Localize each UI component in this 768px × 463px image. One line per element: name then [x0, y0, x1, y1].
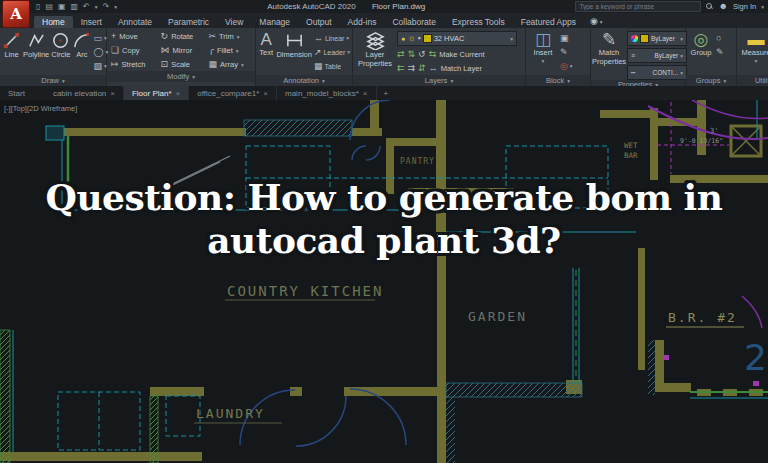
undo-icon[interactable]: ↶ — [83, 3, 90, 11]
group-icon: ◎ — [694, 31, 709, 48]
scale-button[interactable]: ⊡Scale — [161, 58, 201, 71]
tab-annotate[interactable]: Annotate — [110, 16, 160, 29]
match-properties-icon: ✎ — [602, 31, 616, 48]
copy-label: Copy — [122, 46, 140, 55]
doc-tab-start[interactable]: Start — [0, 86, 45, 100]
array-button[interactable]: ▦Array▾ — [209, 58, 251, 71]
measure-button[interactable]: ▬ Measure ▾ — [739, 30, 768, 64]
close-tab-icon[interactable]: × — [263, 89, 268, 98]
redo-icon[interactable]: ↷ — [103, 3, 110, 11]
layers-panel-label[interactable]: Layers ▾ — [353, 75, 525, 86]
new-drawing-tab-button[interactable]: + — [377, 86, 396, 100]
utilities-panel-label[interactable]: Utilities — [737, 75, 768, 86]
linear-button[interactable]: ↔Linear▾ — [314, 32, 350, 44]
plot-icon[interactable]: ▥ — [71, 3, 79, 11]
leader-button[interactable]: ↗Leader▾ — [314, 46, 350, 58]
table-button[interactable]: ▦Table — [314, 60, 350, 72]
drawing-viewport[interactable]: [-][Top][2D Wireframe] — [0, 100, 768, 463]
edit-block-button[interactable]: ✎ — [560, 46, 573, 58]
floor-plan-canvas[interactable]: PANTRY COUNTRY KITCHEN GARDEN B.R. #2 LA… — [0, 100, 768, 463]
layer-select[interactable]: ● ☼ ▪ 32 HVAC ▾ — [397, 31, 517, 46]
circle-tool-button[interactable]: Circle — [51, 30, 70, 59]
block-panel-label[interactable]: Block ▾ — [526, 75, 590, 86]
close-tab-icon[interactable]: × — [176, 89, 181, 98]
copy-button[interactable]: ❏Copy — [111, 44, 153, 57]
ungroup-button[interactable]: ○ — [716, 32, 724, 44]
sign-in-button[interactable]: Sign In — [733, 2, 756, 11]
cabin-elevation-label: cabin elevation — [53, 89, 106, 98]
save-icon[interactable]: ▣ — [58, 3, 66, 11]
insert-block-button[interactable]: ◫ Insert ▾ — [528, 30, 558, 64]
linear-label: Linear — [325, 35, 344, 42]
layer-properties-button[interactable]: Layer Properties — [355, 30, 395, 69]
groups-panel-label[interactable]: Groups ▾ — [686, 75, 736, 86]
tab-view[interactable]: View — [217, 16, 251, 29]
color-swatch — [640, 34, 649, 43]
caret-icon: ▾ — [755, 58, 758, 64]
mirror-button[interactable]: ⋈Mirror — [161, 44, 201, 57]
color-select[interactable]: ByLayer ▾ — [627, 31, 687, 46]
layer-properties-label2: Properties — [358, 60, 392, 68]
viewport-controls[interactable]: [-][Top][2D Wireframe] — [4, 104, 77, 113]
help-search-input[interactable] — [575, 1, 701, 12]
tab-collaborate[interactable]: Collaborate — [384, 16, 443, 29]
stretch-button[interactable]: ↦Stretch — [111, 58, 153, 71]
layer-arrow2-icon: ⇅ — [408, 50, 416, 59]
text-tool-button[interactable]: A Text — [258, 30, 274, 57]
fillet-button[interactable]: ╭Fillet▾ — [209, 44, 251, 57]
group-edit-button[interactable]: ✎ — [716, 46, 724, 58]
tab-manage[interactable]: Manage — [251, 16, 298, 29]
search-icon[interactable] — [706, 3, 713, 10]
panel-draw: Line Polyline Circle Arc ▭▾ ◯▾ ▨▾ — [0, 28, 107, 86]
undo-caret-icon[interactable]: ▾ — [95, 4, 98, 10]
block-attributes-button[interactable]: ◎▾ — [560, 60, 573, 72]
lineweight-select[interactable]: ≡ ByLayer ▾ — [627, 48, 687, 63]
utilities-label-text: Utilities — [755, 76, 768, 85]
tab-featured-apps[interactable]: Featured Apps — [513, 16, 584, 29]
tab-addins[interactable]: Add-ins — [340, 16, 385, 29]
doc-tab-main-model-blocks[interactable]: main_model_blocks* × — [277, 86, 377, 100]
close-tab-icon[interactable]: × — [363, 89, 368, 98]
layer-caret-icon: ▾ — [510, 36, 513, 42]
tab-express-tools[interactable]: Express Tools — [444, 16, 513, 29]
doc-tab-floor-plan[interactable]: Floor Plan* × — [124, 86, 189, 100]
properties-panel-label[interactable]: Properties ▾ — [591, 80, 685, 86]
group-button[interactable]: ◎ Group — [688, 30, 714, 57]
insert-label: Insert — [534, 49, 553, 57]
tab-insert[interactable]: Insert — [73, 16, 110, 29]
polyline-tool-button[interactable]: Polyline — [23, 30, 49, 59]
autocad-logo[interactable]: A — [2, 0, 30, 28]
doc-tab-office-compare[interactable]: office_compare1* × — [189, 86, 277, 100]
new-file-icon[interactable]: ▯ — [36, 3, 40, 11]
tab-output[interactable]: Output — [298, 16, 340, 29]
trim-button[interactable]: ✂Trim▾ — [209, 30, 251, 43]
draw-panel-label[interactable]: Draw ▾ — [0, 75, 106, 86]
caret-icon: ▾ — [62, 78, 65, 84]
linetype-value: CONTI... — [637, 69, 678, 76]
ribbon-tab-bar: Home Insert Annotate Parametric View Man… — [0, 13, 768, 28]
match-properties-button[interactable]: ✎ Match Properties — [593, 30, 625, 67]
layers-label-text: Layers — [425, 76, 448, 85]
tab-parametric[interactable]: Parametric — [160, 16, 217, 29]
match-layer-button[interactable]: ⇇ ⇉ ⇵ ↔ Match Layer — [397, 62, 517, 74]
linetype-select[interactable]: ┅ CONTI... ▾ — [627, 65, 687, 80]
make-current-button[interactable]: ⇄ ⇅ ↺ ⇆ Make Current — [397, 48, 517, 60]
caret-icon: ▾ — [237, 34, 240, 40]
close-tab-icon[interactable]: × — [110, 89, 115, 98]
tab-home[interactable]: Home — [34, 16, 73, 29]
modify-panel-label[interactable]: Modify ▾ — [107, 71, 255, 82]
annotation-panel-label[interactable]: Annotation ▾ — [256, 75, 352, 86]
doc-tab-cabin-elevation[interactable]: cabin elevation × — [45, 86, 124, 100]
caret-icon: ▾ — [570, 63, 573, 69]
rotate-button[interactable]: ↻Rotate — [161, 30, 201, 43]
move-button[interactable]: +Move — [111, 30, 153, 43]
groups-label-text: Groups — [696, 76, 721, 85]
account-avatar-icon[interactable]: ☻ — [718, 2, 727, 11]
ribbon-options-button[interactable]: ◉ ▾ — [590, 17, 603, 28]
arc-tool-button[interactable]: Arc — [72, 30, 91, 59]
line-tool-button[interactable]: Line — [2, 30, 21, 59]
open-file-icon[interactable]: ▤ — [45, 3, 53, 11]
dimension-tool-button[interactable]: Dimension — [276, 30, 311, 59]
sign-in-caret-icon[interactable]: ▾ — [761, 4, 764, 10]
create-block-button[interactable]: ▣ — [560, 32, 573, 44]
